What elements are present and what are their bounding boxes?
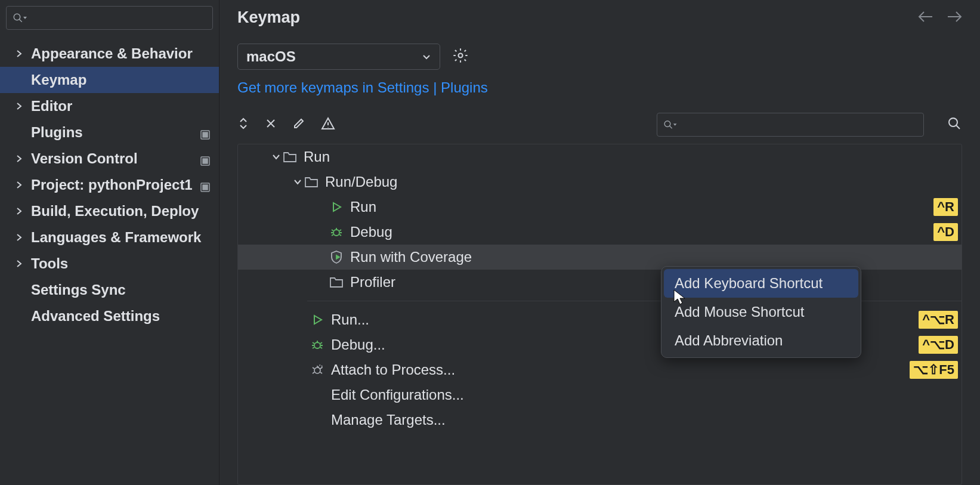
- chevron-right-icon: [13, 102, 25, 110]
- settings-sidebar: Appearance & BehaviorKeymapEditorPlugins…: [0, 0, 220, 485]
- sidebar-item-project-pythonproject-[interactable]: Project: pythonProject1: [0, 172, 219, 198]
- bug-icon: [329, 224, 344, 240]
- more-keymaps-link-row: Get more keymaps in Settings | Plugins: [220, 76, 980, 108]
- nav-arrows: [918, 11, 962, 25]
- svg-point-13: [333, 230, 339, 236]
- project-badge-icon: [200, 127, 211, 138]
- sidebar-item-version-control[interactable]: Version Control: [0, 146, 219, 172]
- nav-forward-icon[interactable]: [947, 11, 962, 25]
- find-shortcut-icon[interactable]: [947, 116, 962, 134]
- sidebar-item-keymap[interactable]: Keymap: [0, 67, 219, 93]
- context-item-add-mouse[interactable]: Add Mouse Shortcut: [664, 298, 858, 326]
- project-badge-icon: [200, 153, 211, 164]
- sidebar-item-tools[interactable]: Tools: [0, 251, 219, 277]
- sidebar-item-label: Project: pythonProject1: [31, 177, 200, 193]
- svg-point-15: [314, 367, 320, 373]
- shortcut-badge: ^D: [933, 223, 958, 241]
- chevron-right-icon: [13, 207, 25, 215]
- tree-label: Run: [304, 149, 962, 165]
- svg-rect-7: [203, 185, 208, 190]
- collapse-all-icon[interactable]: [265, 118, 277, 132]
- tree-row-run[interactable]: Run^R: [238, 194, 962, 220]
- folder-icon: [282, 149, 298, 165]
- tree-label: Run with Coverage: [350, 249, 962, 265]
- svg-point-14: [314, 342, 320, 348]
- chevron-right-icon: [13, 155, 25, 163]
- tree-label: Attach to Process...: [331, 362, 910, 378]
- svg-rect-5: [203, 159, 208, 163]
- scheme-select[interactable]: macOS: [237, 44, 440, 70]
- dropdown-icon: [672, 122, 678, 128]
- tree-row-run-debug[interactable]: Run/Debug: [238, 169, 962, 194]
- chevron-right-icon: [13, 260, 25, 268]
- folder-icon: [329, 274, 344, 290]
- tree-label: Run/Debug: [325, 174, 962, 190]
- sidebar-item-label: Languages & Framework: [31, 229, 219, 246]
- gear-icon[interactable]: [452, 47, 469, 66]
- sidebar-item-label: Appearance & Behavior: [31, 45, 219, 62]
- scheme-controls: macOS: [220, 33, 980, 76]
- tree-row-edit-configurations-[interactable]: Edit Configurations...: [238, 382, 962, 407]
- nav-back-icon[interactable]: [918, 11, 933, 25]
- svg-point-0: [14, 14, 20, 20]
- tree-row-manage-targets-[interactable]: Manage Targets...: [238, 407, 962, 433]
- chevron-down-icon: [422, 52, 431, 61]
- chevron-down-icon[interactable]: [270, 153, 282, 160]
- tree-row-run[interactable]: Run: [238, 144, 962, 169]
- sidebar-item-settings-sync[interactable]: Settings Sync: [0, 277, 219, 303]
- context-menu: Add Keyboard Shortcut Add Mouse Shortcut…: [661, 266, 861, 358]
- sidebar-item-label: Plugins: [31, 124, 200, 141]
- sidebar-search[interactable]: [6, 6, 213, 30]
- chevron-right-icon: [13, 233, 25, 242]
- sidebar-item-languages-framework[interactable]: Languages & Framework: [0, 224, 219, 251]
- shortcut-badge: ^⌥D: [919, 336, 958, 354]
- sidebar-item-editor[interactable]: Editor: [0, 93, 219, 119]
- attach-icon: [310, 362, 325, 378]
- sidebar-item-plugins[interactable]: Plugins: [0, 119, 219, 146]
- folder-icon: [304, 174, 319, 190]
- chevron-down-icon[interactable]: [292, 178, 304, 186]
- sidebar-item-label: Build, Execution, Deploy: [31, 203, 219, 220]
- play-icon: [310, 312, 325, 328]
- context-item-add-abbrev[interactable]: Add Abbreviation: [664, 326, 858, 355]
- sidebar-item-build-execution-deploy[interactable]: Build, Execution, Deploy: [0, 198, 219, 224]
- scheme-select-value: macOS: [246, 48, 296, 65]
- expand-collapse-icon[interactable]: [237, 116, 249, 133]
- tree-label: Manage Targets...: [331, 412, 962, 428]
- tree-label: Profiler: [350, 274, 962, 291]
- svg-rect-3: [203, 132, 208, 137]
- tree-label: Debug: [350, 224, 933, 240]
- sidebar-search-input[interactable]: [30, 11, 206, 25]
- tree-divider: [307, 301, 962, 301]
- page-title: Keymap: [237, 8, 918, 27]
- sidebar-item-label: Keymap: [31, 72, 219, 88]
- bug-icon: [310, 337, 325, 353]
- action-search-input[interactable]: [681, 118, 917, 132]
- sidebar-item-appearance-behavior[interactable]: Appearance & Behavior: [0, 41, 219, 67]
- keymap-toolbar: [220, 108, 980, 141]
- warning-icon[interactable]: [321, 117, 335, 132]
- tree-row-debug[interactable]: Debug^D: [238, 220, 962, 245]
- svg-line-12: [956, 125, 960, 129]
- project-badge-icon: [200, 180, 211, 190]
- chevron-right-icon: [13, 181, 25, 189]
- sidebar-item-label: Tools: [31, 255, 219, 272]
- context-item-add-keyboard[interactable]: Add Keyboard Shortcut: [664, 269, 858, 298]
- tree-label: Edit Configurations...: [331, 387, 962, 403]
- shortcut-badge: ^⌥R: [919, 311, 958, 329]
- sidebar-item-label: Advanced Settings: [31, 308, 219, 325]
- tree-label: Run: [350, 199, 933, 215]
- header: Keymap: [220, 0, 980, 33]
- chevron-right-icon: [13, 50, 25, 58]
- more-keymaps-link[interactable]: Get more keymaps in Settings | Plugins: [237, 79, 488, 95]
- sidebar-item-label: Editor: [31, 98, 219, 115]
- sidebar-item-advanced-settings[interactable]: Advanced Settings: [0, 303, 219, 329]
- tree-row-attach-to-process-[interactable]: Attach to Process...⌥⇧F5: [238, 357, 962, 382]
- sidebar-item-label: Version Control: [31, 150, 200, 167]
- edit-icon[interactable]: [292, 117, 305, 132]
- svg-point-9: [664, 121, 670, 127]
- svg-point-11: [949, 118, 957, 126]
- blank-icon: [310, 412, 325, 428]
- blank-icon: [310, 387, 325, 403]
- action-search[interactable]: [657, 113, 924, 137]
